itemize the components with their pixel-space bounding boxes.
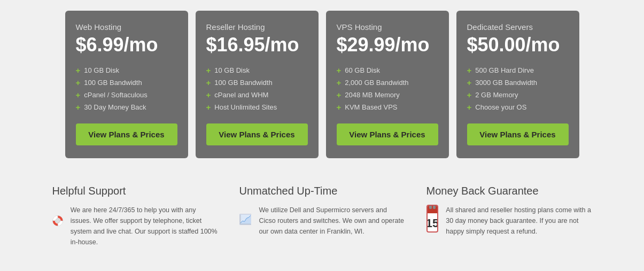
info-text: We are here 24/7/365 to help you with an… bbox=[71, 205, 218, 247]
card-title: Web Hosting bbox=[76, 22, 177, 32]
list-item: +2,000 GB Bandwidth bbox=[337, 78, 438, 87]
info-heading: Unmatched Up-Time bbox=[239, 185, 405, 197]
info-heading: Helpful Support bbox=[52, 185, 218, 197]
card-price: $50.00/mo bbox=[467, 34, 569, 56]
plus-icon: + bbox=[337, 90, 342, 99]
feature-text: cPanel / Softaculous bbox=[84, 91, 148, 99]
feature-text: 3000 GB Bandwidth bbox=[475, 79, 537, 87]
list-item: +3000 GB Bandwidth bbox=[467, 78, 569, 87]
plus-icon: + bbox=[76, 90, 81, 99]
plus-icon: + bbox=[467, 103, 472, 112]
list-item: +10 GB Disk bbox=[206, 66, 308, 75]
list-item: +cPanel and WHM bbox=[206, 90, 308, 99]
info-content: We utilize Dell and Supermicro servers a… bbox=[239, 205, 405, 237]
feature-text: 10 GB Disk bbox=[214, 66, 250, 74]
card-title: VPS Hosting bbox=[337, 22, 438, 32]
feature-text: 500 GB Hard Dirve bbox=[475, 66, 534, 74]
plus-icon: + bbox=[337, 66, 342, 75]
info-block-support: Helpful Support We are here 24/7/365 to … bbox=[52, 185, 218, 247]
info-content: 15 All shared and reseller hosting plans… bbox=[426, 205, 592, 237]
card-features-list: +500 GB Hard Dirve+3000 GB Bandwidth+2 G… bbox=[467, 66, 569, 112]
feature-text: 30 Day Money Back bbox=[84, 103, 146, 111]
card-price: $6.99/mo bbox=[76, 34, 177, 56]
list-item: +60 GB Disk bbox=[337, 66, 438, 75]
list-item: +10 GB Disk bbox=[76, 66, 177, 75]
card-features-list: +10 GB Disk+100 GB Bandwidth+cPanel / So… bbox=[76, 66, 177, 112]
view-plans-button-dedicated-servers[interactable]: View Plans & Prices bbox=[467, 123, 569, 145]
list-item: +30 Day Money Back bbox=[76, 103, 177, 112]
feature-text: KVM Based VPS bbox=[345, 103, 397, 111]
view-plans-button-vps-hosting[interactable]: View Plans & Prices bbox=[337, 123, 438, 145]
pricing-card-vps-hosting: VPS Hosting$29.99/mo+60 GB Disk+2,000 GB… bbox=[326, 11, 449, 158]
plus-icon: + bbox=[467, 66, 472, 75]
view-plans-button-reseller-hosting[interactable]: View Plans & Prices bbox=[206, 123, 308, 145]
view-plans-button-web-hosting[interactable]: View Plans & Prices bbox=[76, 123, 177, 145]
feature-text: cPanel and WHM bbox=[214, 91, 268, 99]
pricing-card-web-hosting: Web Hosting$6.99/mo+10 GB Disk+100 GB Ba… bbox=[65, 11, 188, 158]
plus-icon: + bbox=[206, 90, 211, 99]
plus-icon: + bbox=[467, 90, 472, 99]
info-content: We are here 24/7/365 to help you with an… bbox=[52, 205, 218, 247]
info-block-moneyback: Money Back Guarantee 15 All shared and r… bbox=[426, 185, 592, 247]
list-item: +Choose your OS bbox=[467, 103, 569, 112]
list-item: +Host Unlimited Sites bbox=[206, 103, 308, 112]
feature-text: Host Unlimited Sites bbox=[214, 103, 277, 111]
feature-text: 2 GB Memory bbox=[475, 91, 518, 99]
list-item: +KVM Based VPS bbox=[337, 103, 438, 112]
plus-icon: + bbox=[76, 103, 81, 112]
feature-text: 10 GB Disk bbox=[84, 66, 119, 74]
list-item: +500 GB Hard Dirve bbox=[467, 66, 569, 75]
feature-text: 2048 MB Memory bbox=[345, 91, 400, 99]
info-section: Helpful Support We are here 24/7/365 to … bbox=[28, 180, 616, 253]
info-block-uptime: Unmatched Up-Time We utilize Dell and Su… bbox=[239, 185, 405, 247]
plus-icon: + bbox=[76, 66, 81, 75]
plus-icon: + bbox=[206, 103, 211, 112]
chart-icon bbox=[239, 205, 252, 234]
plus-icon: + bbox=[467, 78, 472, 87]
feature-text: 100 GB Bandwidth bbox=[84, 79, 142, 87]
pricing-section: Web Hosting$6.99/mo+10 GB Disk+100 GB Ba… bbox=[5, 11, 639, 158]
list-item: +100 GB Bandwidth bbox=[76, 78, 177, 87]
card-price: $29.99/mo bbox=[337, 34, 438, 56]
card-title: Dedicated Servers bbox=[467, 22, 569, 32]
pricing-card-reseller-hosting: Reseller Hosting$16.95/mo+10 GB Disk+100… bbox=[196, 11, 319, 158]
plus-icon: + bbox=[206, 66, 211, 75]
card-title: Reseller Hosting bbox=[206, 22, 308, 32]
plus-icon: + bbox=[76, 78, 81, 87]
card-features-list: +10 GB Disk+100 GB Bandwidth+cPanel and … bbox=[206, 66, 308, 112]
info-text: We utilize Dell and Supermicro servers a… bbox=[259, 205, 405, 237]
info-heading: Money Back Guarantee bbox=[426, 185, 592, 197]
plus-icon: + bbox=[337, 103, 342, 112]
card-features-list: +60 GB Disk+2,000 GB Bandwidth+2048 MB M… bbox=[337, 66, 438, 112]
lifepreserver-icon bbox=[52, 205, 63, 237]
feature-text: 2,000 GB Bandwidth bbox=[345, 79, 408, 87]
list-item: +2 GB Memory bbox=[467, 90, 569, 99]
plus-icon: + bbox=[337, 78, 342, 87]
list-item: +cPanel / Softaculous bbox=[76, 90, 177, 99]
calendar-icon: 15 bbox=[426, 205, 439, 233]
plus-icon: + bbox=[206, 78, 211, 87]
card-price: $16.95/mo bbox=[206, 34, 308, 56]
info-text: All shared and reseller hosting plans co… bbox=[446, 205, 592, 237]
list-item: +2048 MB Memory bbox=[337, 90, 438, 99]
pricing-card-dedicated-servers: Dedicated Servers$50.00/mo+500 GB Hard D… bbox=[456, 11, 579, 158]
feature-text: 60 GB Disk bbox=[345, 66, 380, 74]
list-item: +100 GB Bandwidth bbox=[206, 78, 308, 87]
feature-text: 100 GB Bandwidth bbox=[214, 79, 272, 87]
feature-text: Choose your OS bbox=[475, 103, 526, 111]
